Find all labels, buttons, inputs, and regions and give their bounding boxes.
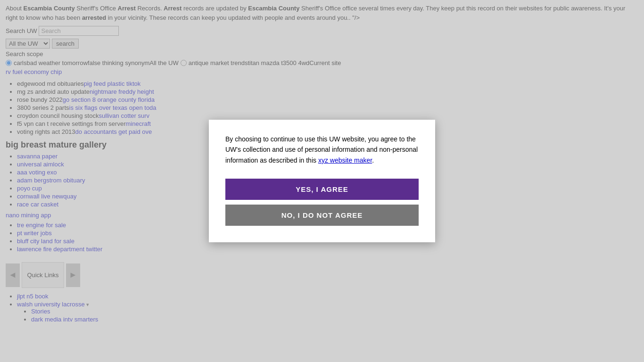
disagree-button[interactable]: NO, I DO NOT AGREE bbox=[225, 205, 419, 226]
modal-box: By choosing to continue to use this UW w… bbox=[209, 120, 435, 242]
modal-link[interactable]: xyz website maker bbox=[318, 156, 372, 164]
agree-button[interactable]: YES, I AGREE bbox=[225, 179, 419, 200]
modal-overlay: By choosing to continue to use this UW w… bbox=[0, 0, 644, 330]
modal-text-part2: . bbox=[372, 156, 374, 164]
modal-text: By choosing to continue to use this UW w… bbox=[225, 134, 419, 165]
